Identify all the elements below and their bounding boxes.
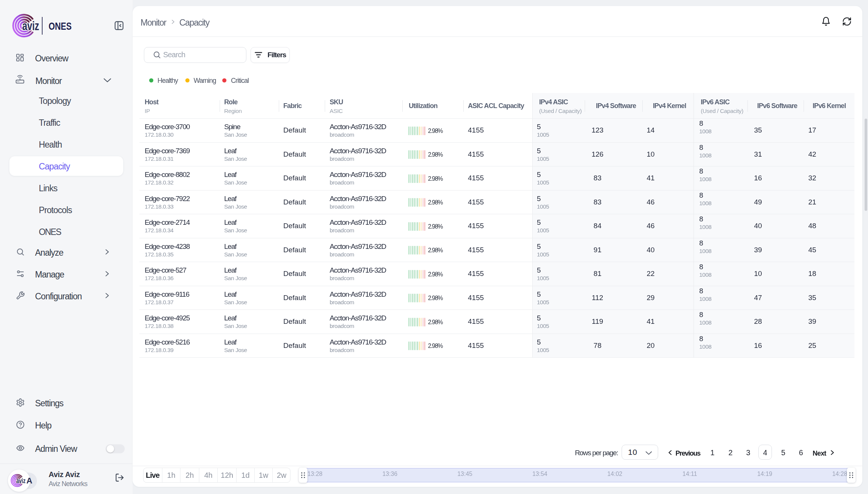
svg-text:aviz: aviz — [16, 477, 26, 485]
svg-text:ONES: ONES — [49, 20, 72, 32]
svg-text:aviz: aviz — [22, 19, 39, 33]
